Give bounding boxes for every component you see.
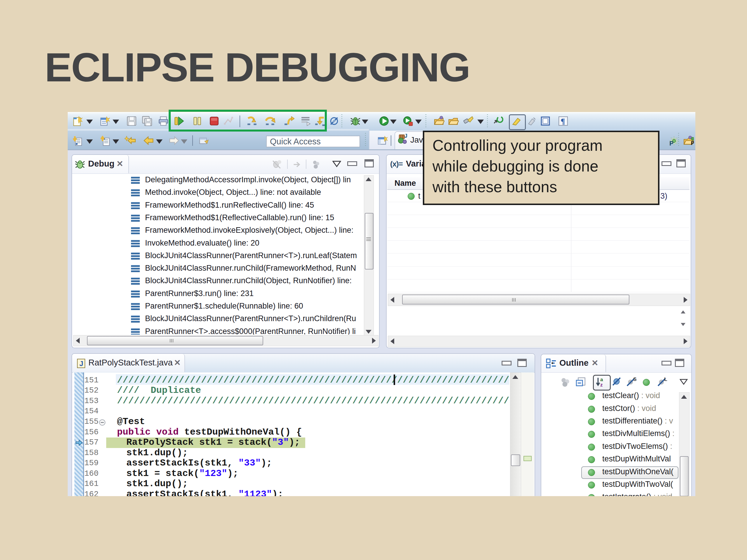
- svg-text:J: J: [79, 359, 83, 368]
- svg-text:P: P: [669, 140, 673, 146]
- svg-text:P: P: [691, 140, 694, 146]
- svg-text:¶: ¶: [561, 117, 565, 126]
- svg-text:J: J: [405, 134, 407, 139]
